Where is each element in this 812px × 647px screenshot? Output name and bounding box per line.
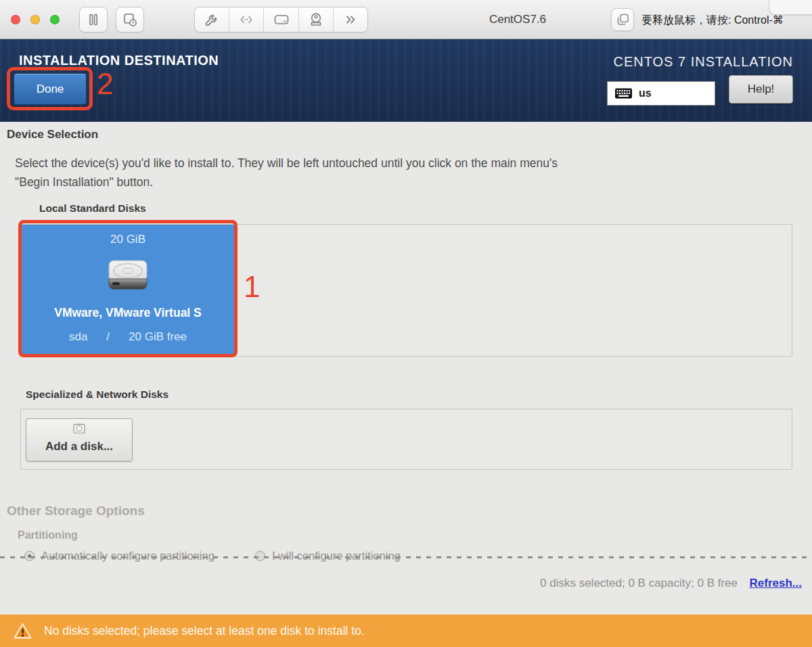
refresh-link[interactable]: Refresh... <box>750 577 802 590</box>
description-line-1: Select the device(s) you'd like to insta… <box>15 154 558 173</box>
annotation-box-disk <box>18 220 238 357</box>
close-window-button[interactable] <box>11 15 20 24</box>
add-disk-icon <box>72 423 87 437</box>
other-storage-heading: Other Storage Options <box>7 504 145 518</box>
pause-vm-button[interactable] <box>79 7 108 32</box>
annotation-number-1: 1 <box>244 272 260 302</box>
annotation-number-2: 2 <box>97 69 113 99</box>
snapshot-icon <box>122 12 137 27</box>
hard-disk-icon <box>273 12 290 28</box>
vm-more-button[interactable] <box>334 7 367 32</box>
vm-camera-button[interactable] <box>299 7 334 32</box>
minimize-window-button[interactable] <box>30 15 40 24</box>
installer-product-title: CENTOS 7 INSTALLATION <box>613 54 793 70</box>
help-button[interactable]: Help! <box>729 75 793 104</box>
vm-toolbar-group <box>194 7 368 32</box>
annotation-box-done <box>7 67 93 110</box>
partitioning-options-clipped: Automatically configure partitioning I w… <box>0 547 812 563</box>
camera-icon <box>308 12 324 28</box>
window-titlebar: CentOS7.6 要释放鼠标，请按: Control-⌘ <box>0 0 812 39</box>
mouse-release-hint: 要释放鼠标，请按: Control-⌘ <box>641 14 784 28</box>
snapshot-vm-button[interactable] <box>116 7 144 32</box>
chevrons-right-icon <box>342 12 359 28</box>
vm-console-button[interactable] <box>229 7 264 32</box>
installer-header: INSTALLATION DESTINATION CENTOS 7 INSTAL… <box>0 39 812 122</box>
vm-harddisk-button[interactable] <box>264 7 298 32</box>
network-disks-panel <box>20 409 792 470</box>
code-brackets-icon <box>238 12 254 28</box>
add-disk-button[interactable]: Add a disk... <box>26 418 133 462</box>
warning-banner: No disks selected; please select at leas… <box>0 615 812 647</box>
warning-triangle-icon <box>14 623 32 640</box>
keyboard-layout-label: us <box>639 87 652 99</box>
zoom-window-button[interactable] <box>50 15 60 24</box>
pause-icon <box>86 12 101 27</box>
corner-popover-fragment <box>769 0 812 15</box>
viewport-clip-dashes <box>0 556 812 558</box>
page-title: INSTALLATION DESTINATION <box>19 53 219 68</box>
wrench-icon <box>204 12 220 28</box>
window-title: CentOS7.6 <box>467 13 568 26</box>
keyboard-icon <box>614 87 633 100</box>
local-disks-heading: Local Standard Disks <box>39 202 146 215</box>
description-line-2: "Begin Installation" button. <box>15 173 558 192</box>
device-selection-description: Select the device(s) you'd like to insta… <box>15 154 558 192</box>
keyboard-layout-selector[interactable]: us <box>607 81 715 106</box>
device-selection-heading: Device Selection <box>7 128 98 141</box>
float-window-icon <box>615 12 630 27</box>
network-disks-heading: Specialized & Network Disks <box>26 388 168 401</box>
add-disk-label: Add a disk... <box>26 440 132 453</box>
vm-settings-button[interactable] <box>195 7 229 32</box>
partitioning-heading: Partitioning <box>18 529 78 541</box>
float-window-button[interactable] <box>611 8 634 31</box>
disks-summary: 0 disks selected; 0 B capacity; 0 B free <box>540 577 738 590</box>
warning-message: No disks selected; please select at leas… <box>44 624 365 638</box>
